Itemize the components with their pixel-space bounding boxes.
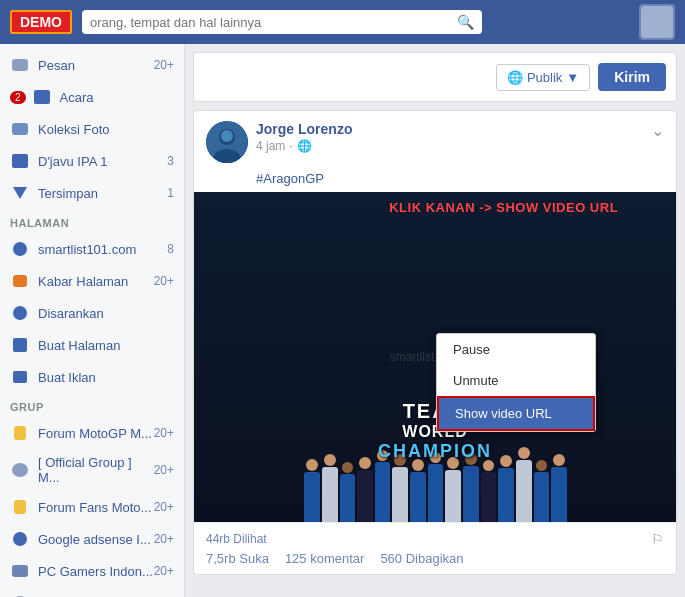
person-9 xyxy=(445,457,461,522)
globe-icon-2 xyxy=(10,529,30,549)
chevron-down-icon: ▼ xyxy=(566,70,579,85)
demo-badge: DEMO xyxy=(10,10,72,34)
context-menu-pause[interactable]: Pause xyxy=(437,334,595,365)
post-composer: 🌐 Publik ▼ Kirim xyxy=(193,52,677,102)
megaphone-icon xyxy=(10,271,30,291)
sidebar-label-pc-gamers: PC Gamers Indon... xyxy=(38,564,153,579)
sidebar-label-forum-fans: Forum Fans Moto... xyxy=(38,500,151,515)
user-avatar-nav[interactable] xyxy=(639,4,675,40)
game-icon-1 xyxy=(10,561,30,581)
bookmark-icon xyxy=(10,183,30,203)
search-bar[interactable]: 🔍 xyxy=(82,10,482,34)
video-wrapper: KLIK KANAN -> SHOW VIDEO URL xyxy=(194,192,676,522)
sidebar-item-djavu[interactable]: D'javu IPA 1 3 xyxy=(0,145,184,177)
post-header: Jorge Lorenzo 4 jam · 🌐 ⌄ xyxy=(194,111,676,169)
avatar-image xyxy=(641,6,673,38)
submit-button[interactable]: Kirim xyxy=(598,63,666,91)
sidebar-item-acara[interactable]: 2 Acara xyxy=(0,81,184,113)
sidebar-label-official: [ Official Group ] M... xyxy=(38,455,154,485)
sidebar-label-pesan: Pesan xyxy=(38,58,75,73)
sidebar-item-disarankan[interactable]: Disarankan xyxy=(0,297,184,329)
sidebar-count-djavu: 3 xyxy=(167,154,174,168)
group-icon xyxy=(10,151,30,171)
sidebar-item-google-adsense[interactable]: Google adsense I... 20+ xyxy=(0,523,184,555)
post-meta: 4 jam · 🌐 xyxy=(256,139,651,153)
person-7 xyxy=(410,459,426,522)
person-1 xyxy=(304,459,320,522)
sidebar-label-koleksi-foto: Koleksi Foto xyxy=(38,122,110,137)
sidebar-count-forum-motogp: 20+ xyxy=(154,426,174,440)
sidebar-item-official-group[interactable]: [ Official Group ] M... 20+ xyxy=(0,449,184,491)
sidebar-count-google: 20+ xyxy=(154,532,174,546)
context-menu-show-url[interactable]: Show video URL xyxy=(437,396,595,431)
sidebar-count-tersimpan: 1 xyxy=(167,186,174,200)
thumb-icon xyxy=(10,303,30,323)
sidebar-label-kabar: Kabar Halaman xyxy=(38,274,128,289)
sidebar-item-pc-gamers[interactable]: PC Gamers Indon... 20+ xyxy=(0,555,184,587)
section-grup: GRUP xyxy=(0,393,184,417)
sidebar-label-google: Google adsense I... xyxy=(38,532,151,547)
person-13 xyxy=(516,447,532,522)
context-menu-unmute[interactable]: Unmute xyxy=(437,365,595,396)
person-11 xyxy=(481,460,496,522)
svg-point-3 xyxy=(221,130,233,142)
video-player[interactable]: TEAM WORLD CHAMPION smartlist101.com Pau… xyxy=(194,192,676,522)
post-footer: 44rb Dilihat ⚐ 7,5rb Suka 125 komentar 5… xyxy=(194,522,676,574)
sidebar-count-official: 20+ xyxy=(154,463,174,477)
public-button[interactable]: 🌐 Publik ▼ xyxy=(496,64,590,91)
person-12 xyxy=(498,455,514,522)
person-3 xyxy=(340,462,355,522)
sidebar-label-djavu: D'javu IPA 1 xyxy=(38,154,107,169)
sidebar-label-forum-motogp: Forum MotoGP M... xyxy=(38,426,152,441)
sidebar-count-pesan: 20+ xyxy=(154,58,174,72)
dot-separator: · xyxy=(289,139,292,153)
sidebar-item-grup-baru[interactable]: Grup Baru 9 xyxy=(0,587,184,597)
person-6 xyxy=(392,454,408,522)
flag-icon[interactable]: ⚐ xyxy=(651,531,664,547)
globe-privacy-icon: 🌐 xyxy=(297,139,312,153)
person-2 xyxy=(322,454,338,522)
sidebar-item-kabar-halaman[interactable]: Kabar Halaman 20+ xyxy=(0,265,184,297)
sidebar: Pesan 20+ 2 Acara Koleksi Foto D'javu IP… xyxy=(0,44,185,597)
sidebar-label-disarankan: Disarankan xyxy=(38,306,104,321)
search-icon[interactable]: 🔍 xyxy=(457,14,474,30)
sidebar-item-forum-fans[interactable]: Forum Fans Moto... 20+ xyxy=(0,491,184,523)
person-10 xyxy=(463,453,479,522)
annotation-text: KLIK KANAN -> SHOW VIDEO URL xyxy=(389,200,618,215)
sidebar-item-buat-iklan[interactable]: Buat Iklan xyxy=(0,361,184,393)
sidebar-item-forum-motogp[interactable]: Forum MotoGP M... 20+ xyxy=(0,417,184,449)
sidebar-item-pesan[interactable]: Pesan 20+ xyxy=(0,49,184,81)
sidebar-label-smartlist: smartlist101.com xyxy=(38,242,136,257)
sidebar-label-tersimpan: Tersimpan xyxy=(38,186,98,201)
sidebar-label-acara: Acara xyxy=(60,90,94,105)
post-card: Jorge Lorenzo 4 jam · 🌐 ⌄ #AragonGP KLIK… xyxy=(193,110,677,575)
calendar-icon xyxy=(32,87,52,107)
bar-icon xyxy=(10,367,30,387)
post-views-row: 44rb Dilihat ⚐ xyxy=(206,531,664,547)
sidebar-item-koleksi-foto[interactable]: Koleksi Foto xyxy=(0,113,184,145)
globe-icon-3: 🌐 xyxy=(507,70,523,85)
post-shares[interactable]: 560 Dibagikan xyxy=(380,551,463,566)
post-time: 4 jam xyxy=(256,139,285,153)
group2-icon-2 xyxy=(10,593,30,597)
sidebar-item-buat-halaman[interactable]: Buat Halaman xyxy=(0,329,184,361)
sidebar-item-tersimpan[interactable]: Tersimpan 1 xyxy=(0,177,184,209)
post-likes[interactable]: 7,5rb Suka xyxy=(206,551,269,566)
post-views-count: 44rb Dilihat xyxy=(206,532,267,546)
sidebar-item-smartlist[interactable]: smartlist101.com 8 xyxy=(0,233,184,265)
post-options-icon[interactable]: ⌄ xyxy=(651,121,664,140)
search-input[interactable] xyxy=(90,15,457,30)
content-area: 🌐 Publik ▼ Kirim Jorge Loren xyxy=(185,44,685,597)
public-label: Publik xyxy=(527,70,562,85)
group2-icon-1 xyxy=(10,460,30,480)
plus-icon-1 xyxy=(10,335,30,355)
person-4 xyxy=(357,457,373,522)
video-frame: TEAM WORLD CHAMPION smartlist101.com xyxy=(194,192,676,522)
message-icon xyxy=(10,55,30,75)
sidebar-count-kabar: 20+ xyxy=(154,274,174,288)
context-menu: Pause Unmute Show video URL xyxy=(436,333,596,432)
sidebar-label-buat-iklan: Buat Iklan xyxy=(38,370,96,385)
sidebar-count-smartlist: 8 xyxy=(167,242,174,256)
post-comments[interactable]: 125 komentar xyxy=(285,551,365,566)
person-14 xyxy=(534,460,549,522)
